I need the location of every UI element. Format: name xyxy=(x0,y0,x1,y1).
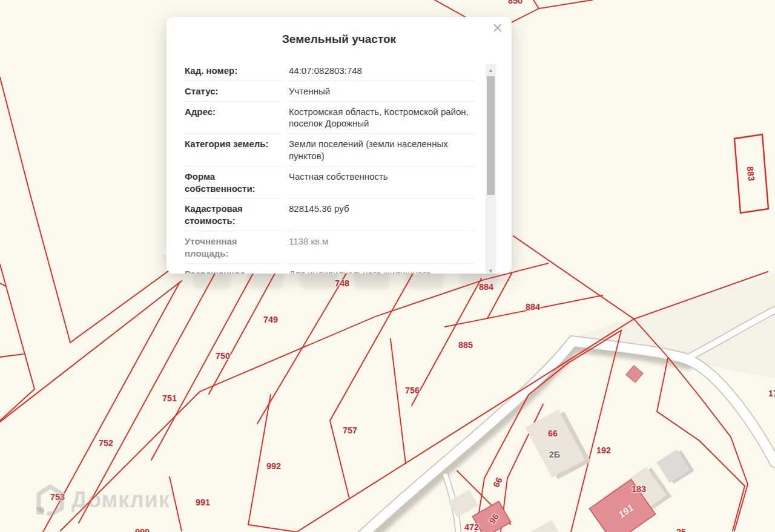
building-label-183[interactable]: 183 xyxy=(632,484,646,494)
row-value: 1138 кв.м xyxy=(289,231,474,264)
building-edge xyxy=(529,520,561,532)
table-row: Форма собственности: Частная собственнос… xyxy=(185,166,474,199)
row-label: Форма собственности: xyxy=(185,166,282,199)
parcel-label-751[interactable]: 751 xyxy=(162,393,177,403)
cadastral-map[interactable]: 748 749 750 751 752 753 884 884 885 756 … xyxy=(0,0,775,532)
popup-scrollbar[interactable]: ▲ ▼ xyxy=(486,64,496,274)
table-row: Кад. номер: 44:07:082803:748 xyxy=(185,61,474,81)
building-gray xyxy=(656,448,694,485)
table-row: Статус: Учтенный xyxy=(185,81,474,102)
table-row: Кадастровая стоимость: 828145.36 руб xyxy=(185,199,474,231)
table-row: Разрешенное Для индивидуального жилищног… xyxy=(185,264,474,274)
popup-body: Земельный участок Кад. номер: 44:07:0828… xyxy=(167,17,512,274)
parcel-label-850[interactable]: 850 xyxy=(508,0,523,5)
row-value: Частная собственность xyxy=(289,166,474,199)
scrollbar-thumb[interactable] xyxy=(487,76,495,195)
parcel-label-752[interactable]: 752 xyxy=(99,438,113,448)
row-value: Земли поселений (земли населенных пункто… xyxy=(289,134,474,166)
parcel-label-472[interactable]: 472 xyxy=(464,522,479,532)
parcel-label-885[interactable]: 885 xyxy=(458,340,473,350)
row-label: Адрес: xyxy=(185,102,282,134)
buildings xyxy=(448,366,694,532)
parcel-label-750[interactable]: 750 xyxy=(216,351,230,361)
scroll-down-icon[interactable]: ▼ xyxy=(486,266,496,274)
table-row: Уточненная площадь: 1138 кв.м xyxy=(185,231,474,264)
parcel-label-999[interactable]: 999 xyxy=(135,527,150,532)
parcel-label-992[interactable]: 992 xyxy=(266,461,281,471)
parcel-label-25[interactable]: 25 xyxy=(676,527,686,532)
row-value: 828145.36 руб xyxy=(289,199,474,231)
parcel-label-756[interactable]: 756 xyxy=(405,386,420,395)
scroll-up-icon[interactable]: ▲ xyxy=(486,65,496,75)
table-row: Адрес: Костромская область, Костромской … xyxy=(185,102,474,134)
row-value: Учтенный xyxy=(289,81,474,102)
close-icon[interactable]: ✕ xyxy=(492,22,503,35)
popup-attributes-table: Кад. номер: 44:07:082803:748 Статус: Учт… xyxy=(185,61,474,274)
row-label: Уточненная площадь: xyxy=(185,231,282,264)
row-label: Категория земель: xyxy=(185,134,282,166)
table-row: Категория земель: Земли поселений (земли… xyxy=(185,134,474,166)
row-label: Разрешенное xyxy=(185,264,282,274)
building-diamond xyxy=(626,366,643,383)
row-value: 44:07:082803:748 xyxy=(289,61,474,81)
parcel-label-991[interactable]: 991 xyxy=(196,498,210,507)
parcel-label-748[interactable]: 748 xyxy=(335,278,349,288)
parcel-label-757[interactable]: 757 xyxy=(343,425,357,435)
popup-title: Земельный участок xyxy=(167,33,512,46)
row-label: Статус: xyxy=(185,81,282,102)
parcel-label-884b[interactable]: 884 xyxy=(526,302,540,312)
parcel-label-883[interactable]: 883 xyxy=(745,166,756,182)
parcel-info-popup: Земельный участок Кад. номер: 44:07:0828… xyxy=(167,17,512,274)
row-label: Кад. номер: xyxy=(185,61,282,81)
building-label-2b: 2Б xyxy=(549,450,561,459)
row-value: Костромская область, Костромской район, … xyxy=(289,102,474,134)
parcel-label-17[interactable]: 17 xyxy=(768,389,775,398)
row-label: Кадастровая стоимость: xyxy=(185,199,282,231)
parcel-label-884a[interactable]: 884 xyxy=(479,282,493,292)
row-value: Для индивидуального жилищного xyxy=(289,264,474,274)
parcel-label-749[interactable]: 749 xyxy=(263,315,278,324)
parcel-label-753[interactable]: 753 xyxy=(50,492,65,502)
building-66-2b xyxy=(526,408,591,482)
parcel-label-192[interactable]: 192 xyxy=(596,445,611,455)
building-label-66[interactable]: 66 xyxy=(548,429,558,438)
